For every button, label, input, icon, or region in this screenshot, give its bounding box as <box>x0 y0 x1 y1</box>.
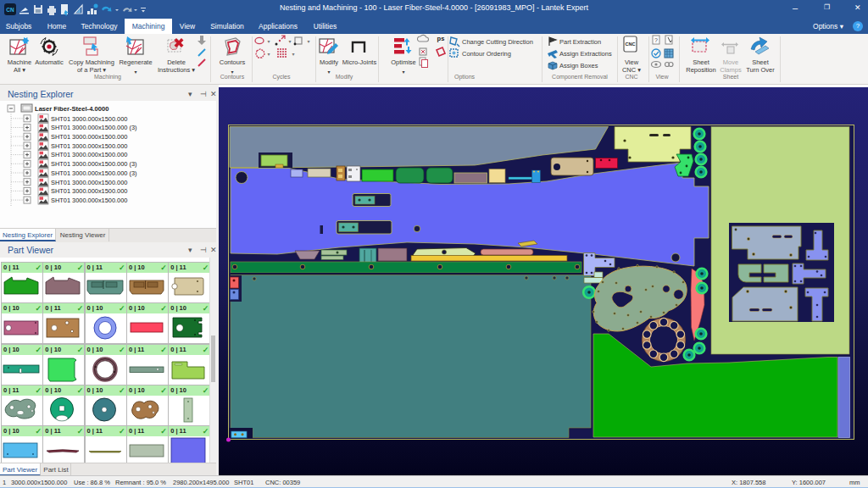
svg-text:SHT01 3000.000x1500.000: SHT01 3000.000x1500.000 <box>51 151 127 158</box>
svg-text:Laser Fiber-Steel-4.0000: Laser Fiber-Steel-4.0000 <box>35 105 108 113</box>
svg-text:SHT01 3000.000x1500.000: SHT01 3000.000x1500.000 <box>51 196 127 203</box>
svg-text:CN: CN <box>6 7 14 13</box>
svg-text:CNC: CNC <box>626 42 636 47</box>
svg-text:SHT01 3000.000x1500.000: SHT01 3000.000x1500.000 <box>51 187 127 195</box>
svg-text:SHT01 3000.000x1500.000 (3): SHT01 3000.000x1500.000 (3) <box>51 124 137 131</box>
svg-text:SHT01 3000.000x1500.000 (3): SHT01 3000.000x1500.000 (3) <box>51 160 137 168</box>
svg-text:SHT01 3000.000x1500.000 (3): SHT01 3000.000x1500.000 (3) <box>51 169 137 176</box>
svg-text:SHT01 3000.000x1500.000: SHT01 3000.000x1500.000 <box>51 178 127 186</box>
svg-text:SHT01 3000.000x1500.000: SHT01 3000.000x1500.000 <box>51 114 127 122</box>
svg-text:?: ? <box>654 37 658 43</box>
svg-text:SHT01 3000.000x1500.000: SHT01 3000.000x1500.000 <box>51 133 127 141</box>
svg-text:SHT01 3000.000x1500.000: SHT01 3000.000x1500.000 <box>51 141 127 149</box>
